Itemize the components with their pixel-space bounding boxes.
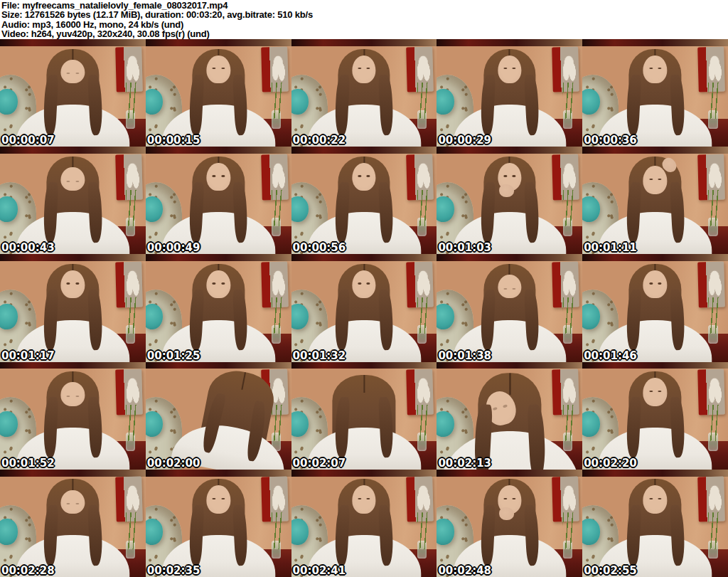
video-thumbnail: 00:00:15: [146, 39, 291, 147]
video-thumbnail: 00:00:36: [582, 39, 728, 147]
timestamp-label: 00:00:15: [147, 135, 200, 146]
video-frame: 00:02:00: [146, 362, 291, 470]
hand: [499, 184, 514, 197]
hair-strand-right: [232, 290, 248, 350]
person-figure: [307, 365, 421, 470]
video-info-line: Video: h264, yuv420p, 320x240, 30.08 fps…: [1, 29, 728, 38]
video-frame: 00:00:36: [582, 39, 728, 147]
timestamp-label: 00:02:28: [1, 566, 55, 576]
video-thumbnail: 00:02:20: [582, 362, 728, 470]
person-figure: [453, 43, 567, 147]
face: [498, 55, 522, 83]
video-frame: 00:00:43: [0, 147, 146, 254]
video-thumbnail: 00:01:38: [437, 254, 582, 361]
person-figure: [453, 472, 567, 577]
face: [206, 55, 230, 83]
face: [643, 378, 668, 406]
file-name-line: File: myfreecams_natalielovly_female_080…: [1, 1, 728, 10]
person-figure: [161, 258, 275, 362]
face: [352, 163, 376, 191]
video-thumbnail: 00:00:29: [437, 39, 582, 147]
timestamp-label: 00:01:03: [438, 243, 491, 253]
video-frame: 00:02:07: [291, 362, 437, 470]
person-figure: [453, 150, 567, 255]
video-frame: 00:02:55: [582, 470, 728, 577]
teal-pillow: [0, 519, 18, 544]
person-figure: [16, 472, 130, 577]
timestamp-label: 00:01:38: [438, 351, 491, 361]
person-figure: [307, 258, 421, 362]
timestamp-label: 00:00:43: [1, 243, 55, 253]
person-figure: [307, 150, 421, 255]
hair-strand-right: [527, 404, 546, 470]
hair-strand-right: [232, 182, 248, 243]
timestamp-label: 00:02:55: [584, 566, 637, 576]
timestamp-label: 00:01:25: [147, 351, 200, 361]
person-figure: [307, 43, 421, 147]
video-thumbnail: 00:00:07: [0, 39, 146, 147]
face: [643, 485, 668, 513]
face: [352, 55, 376, 83]
video-thumbnail: 00:01:32: [291, 254, 437, 361]
video-frame: 00:01:17: [0, 254, 146, 361]
video-frame: 00:01:03: [437, 147, 582, 254]
video-thumbnail: 00:02:55: [582, 470, 728, 577]
person-figure: [161, 472, 275, 577]
video-thumbnail: 00:02:00: [146, 362, 291, 470]
timestamp-label: 00:02:00: [147, 458, 200, 469]
person-figure: [599, 43, 712, 147]
teal-pillow: [582, 519, 600, 544]
timestamp-label: 00:01:46: [584, 351, 637, 361]
timestamp-label: 00:01:17: [1, 351, 55, 361]
video-thumbnail: 00:01:03: [437, 147, 582, 254]
face: [61, 382, 85, 406]
video-frame: 00:01:52: [0, 362, 146, 470]
video-thumbnail: 00:01:52: [0, 362, 146, 470]
video-frame: 00:00:22: [291, 39, 437, 147]
thumbnail-grid: 00:00:07 00:00:15: [0, 39, 728, 577]
timestamp-label: 00:00:36: [584, 135, 637, 146]
video-thumbnail: 00:01:11: [582, 147, 728, 254]
video-frame: 00:00:15: [146, 39, 291, 147]
face: [643, 55, 668, 83]
video-thumbnail: 00:00:22: [291, 39, 437, 147]
person-figure: [440, 365, 579, 470]
hair-strand-right: [378, 290, 394, 350]
face: [61, 490, 85, 514]
teal-pillow: [0, 196, 18, 222]
video-thumbnail: 00:00:43: [0, 147, 146, 254]
video-frame: 00:02:48: [437, 470, 582, 577]
person-figure: [599, 472, 712, 577]
hair-strand-right: [378, 74, 394, 134]
video-frame: 00:02:13: [437, 362, 582, 470]
hair-strand-right: [232, 74, 248, 134]
timestamp-label: 00:01:52: [1, 458, 55, 469]
video-frame: 00:00:49: [146, 147, 291, 254]
person-figure: [453, 258, 567, 362]
person-figure: [161, 43, 275, 147]
face: [61, 167, 85, 191]
face: [206, 163, 230, 191]
person-figure: [16, 150, 130, 255]
face: [61, 60, 85, 83]
timestamp-label: 00:00:49: [147, 243, 200, 253]
timestamp-label: 00:00:56: [293, 243, 346, 253]
timestamp-label: 00:02:48: [438, 566, 491, 576]
video-thumbnail: 00:01:17: [0, 254, 146, 361]
video-frame: 00:02:41: [291, 470, 437, 577]
timestamp-label: 00:01:11: [584, 243, 637, 253]
video-thumbnail: 00:02:48: [437, 470, 582, 577]
timestamp-label: 00:01:32: [293, 351, 346, 361]
hair-strand-right: [378, 504, 394, 565]
timestamp-label: 00:00:22: [293, 135, 346, 146]
face: [206, 270, 230, 298]
person-figure: [16, 365, 130, 470]
face: [206, 485, 230, 513]
video-frame: 00:02:35: [146, 470, 291, 577]
teal-pillow: [582, 89, 600, 115]
person-figure: [16, 258, 130, 362]
video-thumbnail: 00:00:49: [146, 147, 291, 254]
person-figure: [171, 362, 291, 470]
video-frame: 00:01:32: [291, 254, 437, 361]
face: [352, 485, 376, 513]
